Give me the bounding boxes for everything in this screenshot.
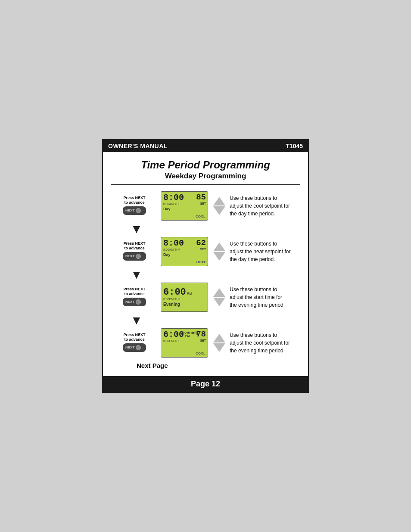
header-model: T1045 bbox=[286, 143, 303, 149]
screen-ampm-3: PM bbox=[187, 292, 192, 296]
screen-set-label-4: SET bbox=[200, 339, 206, 342]
description-col-2: Use these buttons to adjust the heat set… bbox=[228, 240, 300, 263]
up-arrow-1[interactable] bbox=[213, 197, 225, 205]
step-row-3: Press NEXT to advance NEXT 6:00 PM 6:00P… bbox=[111, 283, 300, 312]
screen-setpoint-1: 85 bbox=[196, 193, 206, 202]
next-btn-label-3: NEXT bbox=[125, 300, 134, 304]
next-btn-label-2: NEXT bbox=[125, 254, 134, 258]
display-screen-4: 6:00 PM 6:00PM THF Evening 78 SET COOL bbox=[161, 328, 208, 358]
main-title: Time Period Programming bbox=[111, 159, 300, 171]
screen-set-label-1: SET bbox=[200, 202, 206, 205]
screen-day-1: Day bbox=[163, 207, 206, 211]
display-screen-1: 8:00 8:00AM THF Day 85 SET COOL bbox=[161, 191, 208, 221]
step-arrow-down-1: ▼ bbox=[111, 223, 300, 235]
screen-time-3: 6:00 bbox=[163, 288, 186, 297]
step-row-2: Press NEXT to advance NEXT 8:00 8:00AM T… bbox=[111, 237, 300, 266]
screen-mode-1: COOL bbox=[196, 215, 206, 218]
next-page-label: Next Page bbox=[137, 362, 300, 369]
screen-set-label-2: SET bbox=[200, 248, 206, 251]
step-arrow-down-2: ▼ bbox=[111, 269, 300, 281]
next-btn-circle-3 bbox=[136, 299, 141, 305]
up-arrow-4[interactable] bbox=[213, 334, 225, 342]
next-button-4[interactable]: NEXT bbox=[123, 343, 146, 352]
down-arrow-1[interactable] bbox=[213, 206, 225, 215]
desc-text-3: Use these buttons to adjust the start ti… bbox=[230, 286, 300, 309]
screen-small-text-3: 6:00PM THF bbox=[163, 297, 206, 301]
next-button-1[interactable]: NEXT bbox=[123, 206, 146, 215]
arrows-col-3 bbox=[213, 288, 225, 306]
screen-day-2: Day bbox=[163, 252, 206, 257]
down-arrow-2[interactable] bbox=[213, 252, 225, 261]
step-arrow-down-3: ▼ bbox=[111, 314, 300, 327]
display-screen-3: 6:00 PM 6:00PM THF Evening bbox=[161, 283, 208, 312]
screen-setpoint-2: 62 bbox=[196, 239, 206, 247]
content-area: Time Period Programming Weekday Programm… bbox=[103, 152, 308, 376]
next-btn-label-1: NEXT bbox=[125, 208, 134, 212]
screen-time-4: 6:00 bbox=[163, 330, 184, 339]
next-button-3[interactable]: NEXT bbox=[123, 298, 146, 306]
up-arrow-3[interactable] bbox=[213, 288, 225, 297]
press-next-label-2: Press NEXT to advance bbox=[123, 241, 145, 251]
step-left-4: Press NEXT to advance NEXT bbox=[111, 333, 158, 353]
step-left-1: Press NEXT to advance NEXT bbox=[111, 196, 158, 216]
screen-period-4: Evening bbox=[181, 330, 198, 335]
desc-text-4: Use these buttons to adjust the cool set… bbox=[230, 331, 300, 355]
down-arrow-3[interactable] bbox=[213, 298, 225, 306]
desc-text-1: Use these buttons to adjust the cool set… bbox=[230, 194, 300, 218]
sub-title: Weekday Programming bbox=[111, 172, 300, 185]
desc-text-2: Use these buttons to adjust the heat set… bbox=[230, 240, 300, 263]
next-button-2[interactable]: NEXT bbox=[123, 252, 146, 261]
press-next-label-4: Press NEXT to advance bbox=[123, 333, 145, 342]
press-next-label-1: Press NEXT to advance bbox=[123, 196, 145, 205]
step-row-1: Press NEXT to advance NEXT 8:00 8:00AM T… bbox=[111, 191, 300, 221]
arrows-col-4 bbox=[213, 334, 225, 352]
screen-small-text-4: 6:00PM THF bbox=[163, 339, 206, 343]
footer-bar: Page 12 bbox=[103, 376, 308, 392]
next-btn-circle-2 bbox=[136, 254, 141, 259]
header-bar: OWNER'S MANUAL T1045 bbox=[103, 140, 308, 152]
arrows-col-2 bbox=[213, 243, 225, 261]
screen-period-3: Evening bbox=[163, 302, 206, 307]
up-arrow-2[interactable] bbox=[213, 243, 225, 251]
screen-mode-4: COOL bbox=[196, 352, 206, 355]
screen-setpoint-4: 78 bbox=[196, 330, 206, 339]
manual-page: OWNER'S MANUAL T1045 Time Period Program… bbox=[102, 139, 309, 393]
step-left-3: Press NEXT to advance NEXT bbox=[111, 287, 158, 308]
screen-small-text-1: 8:00AM THF bbox=[163, 202, 206, 206]
screen-time-2: 8:00 bbox=[163, 239, 184, 248]
step-left-2: Press NEXT to advance NEXT bbox=[111, 241, 158, 262]
footer-label: Page 12 bbox=[191, 380, 220, 388]
description-col-4: Use these buttons to adjust the cool set… bbox=[228, 331, 300, 355]
press-next-label-3: Press NEXT to advance bbox=[123, 287, 145, 296]
down-arrow-4[interactable] bbox=[213, 343, 225, 352]
next-btn-circle-1 bbox=[136, 208, 141, 213]
screen-small-text-2: 8:00AM THF bbox=[163, 248, 206, 252]
header-title: OWNER'S MANUAL bbox=[108, 143, 168, 149]
next-btn-label-4: NEXT bbox=[125, 345, 134, 349]
step-row-4: Press NEXT to advance NEXT 6:00 PM 6:00P… bbox=[111, 328, 300, 358]
display-screen-2: 8:00 8:00AM THF Day 62 SET HEAT bbox=[161, 237, 208, 266]
arrows-col-1 bbox=[213, 197, 225, 215]
description-col-3: Use these buttons to adjust the start ti… bbox=[228, 286, 300, 309]
screen-time-1: 8:00 bbox=[163, 193, 184, 202]
description-col-1: Use these buttons to adjust the cool set… bbox=[228, 194, 300, 218]
screen-mode-2: HEAT bbox=[196, 260, 206, 264]
next-btn-circle-4 bbox=[136, 345, 141, 350]
